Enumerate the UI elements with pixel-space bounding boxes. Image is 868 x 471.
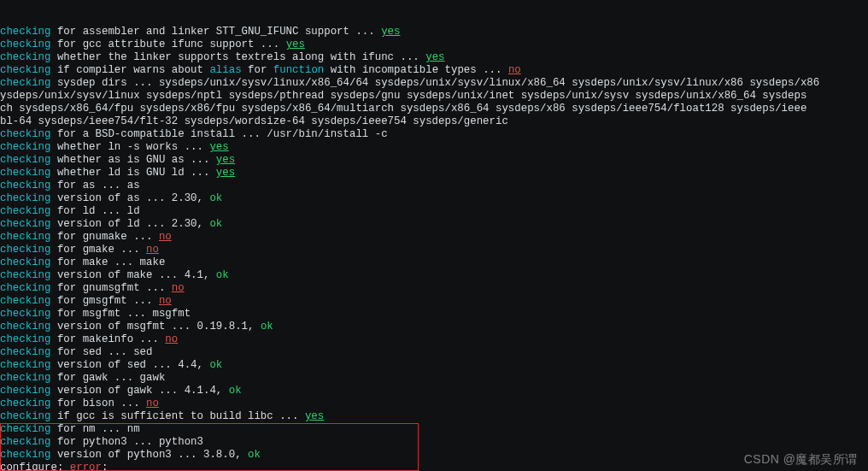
terminal-line: checking whether ld is GNU ld ... yes xyxy=(0,167,868,180)
terminal-segment: checking xyxy=(0,372,51,384)
terminal-segment: whether the linker supports textrels alo… xyxy=(51,51,426,63)
terminal-segment: checking xyxy=(0,449,51,461)
terminal-line: checking version of ld ... 2.30, ok xyxy=(0,218,868,231)
terminal-segment: checking xyxy=(0,77,51,89)
terminal-segment: : xyxy=(102,462,108,471)
terminal-line: checking for sed ... sed xyxy=(0,346,868,359)
terminal-segment: yes xyxy=(286,38,305,50)
terminal-segment: checking xyxy=(0,269,51,281)
terminal-segment: checking xyxy=(0,385,51,397)
terminal-segment: sysdep dirs ... sysdeps/unix/sysv/linux/… xyxy=(51,77,820,89)
terminal-segment: yes xyxy=(305,410,324,422)
terminal-segment: checking xyxy=(0,180,51,191)
terminal-segment: ok xyxy=(209,359,222,371)
terminal-segment: checking xyxy=(0,244,51,256)
terminal-segment: configure: xyxy=(0,462,70,471)
terminal-segment: with incompatible types ... xyxy=(324,64,508,76)
terminal-segment: ok xyxy=(209,192,222,204)
terminal-segment: checking xyxy=(0,26,51,38)
terminal-segment: checking xyxy=(0,256,51,268)
terminal-segment: no xyxy=(165,333,178,345)
terminal-segment: for makeinfo ... xyxy=(51,333,166,345)
terminal-segment: for gawk ... gawk xyxy=(51,372,166,384)
terminal-line: checking for gnumake ... no xyxy=(0,231,868,244)
terminal-segment: for nm ... nm xyxy=(51,423,140,435)
terminal-segment: ok xyxy=(209,218,222,230)
terminal-segment: yes xyxy=(425,51,444,63)
terminal-segment: ok xyxy=(248,449,261,461)
terminal-segment: checking xyxy=(0,51,51,63)
terminal-segment: checking xyxy=(0,423,51,435)
terminal-line: checking for gcc attribute ifunc support… xyxy=(0,38,868,51)
terminal-segment: for ld ... ld xyxy=(51,205,140,217)
terminal-segment: if compiler warns about xyxy=(51,64,210,76)
terminal-segment: checking xyxy=(0,38,51,50)
terminal-segment: version of msgfmt ... 0.19.8.1, xyxy=(51,321,261,333)
terminal-line: checking for gnumsgfmt ... no xyxy=(0,282,868,295)
terminal-segment: version of as ... 2.30, xyxy=(51,192,210,204)
terminal-line: ysdeps/unix/sysv/linux sysdeps/nptl sysd… xyxy=(0,90,868,103)
terminal-line: checking for a BSD-compatible install ..… xyxy=(0,128,868,141)
terminal-line: checking version of make ... 4.1, ok xyxy=(0,269,868,282)
terminal-segment: checking xyxy=(0,154,51,166)
terminal-line: checking for bison ... no xyxy=(0,397,868,410)
terminal-segment: checking xyxy=(0,410,51,422)
terminal-segment: ok xyxy=(229,385,242,397)
terminal-line: checking for gmsgfmt ... no xyxy=(0,295,868,308)
terminal-segment: no xyxy=(159,295,172,307)
terminal-segment: no xyxy=(146,397,159,409)
terminal-segment: no xyxy=(146,244,159,256)
terminal-segment: checking xyxy=(0,295,51,307)
terminal-segment: checking xyxy=(0,282,51,294)
terminal-line: checking version of sed ... 4.4, ok xyxy=(0,359,868,372)
terminal-line: bl-64 sysdeps/ieee754/flt-32 sysdeps/wor… xyxy=(0,115,868,128)
terminal-segment: version of make ... 4.1, xyxy=(51,269,216,281)
terminal-line: checking sysdep dirs ... sysdeps/unix/sy… xyxy=(0,77,868,90)
terminal-line: checking whether ln -s works ... yes xyxy=(0,141,868,154)
terminal-segment: yes xyxy=(381,26,400,38)
terminal-segment: ch sysdeps/x86_64/fpu sysdeps/x86/fpu sy… xyxy=(0,103,806,115)
terminal-output[interactable]: checking for assembler and linker STT_GN… xyxy=(0,0,868,471)
terminal-lines: checking for assembler and linker STT_GN… xyxy=(0,26,868,471)
terminal-line: checking for gawk ... gawk xyxy=(0,372,868,385)
terminal-segment: checking xyxy=(0,436,51,448)
terminal-line: checking whether as is GNU as ... yes xyxy=(0,154,868,167)
terminal-line: checking version of gawk ... 4.1.4, ok xyxy=(0,385,868,397)
terminal-segment: no xyxy=(159,231,172,243)
terminal-segment: ok xyxy=(216,269,229,281)
terminal-segment: no xyxy=(172,282,185,294)
terminal-segment: error xyxy=(70,462,102,471)
terminal-line: checking version of msgfmt ... 0.19.8.1,… xyxy=(0,321,868,333)
terminal-segment: alias xyxy=(209,64,241,76)
terminal-segment: yes xyxy=(209,141,228,153)
terminal-line: checking if compiler warns about alias f… xyxy=(0,64,868,77)
terminal-segment: ok xyxy=(261,321,273,333)
terminal-line: checking version of as ... 2.30, ok xyxy=(0,192,868,205)
terminal-segment: for as ... as xyxy=(51,180,140,191)
terminal-line: checking for makeinfo ... no xyxy=(0,333,868,346)
terminal-line: checking whether the linker supports tex… xyxy=(0,51,868,64)
terminal-segment: checking xyxy=(0,167,51,179)
terminal-line: checking for gmake ... no xyxy=(0,244,868,256)
terminal-segment: for gmsgfmt ... xyxy=(51,295,159,307)
terminal-segment: checking xyxy=(0,128,51,140)
terminal-segment: checking xyxy=(0,321,51,333)
terminal-segment: checking xyxy=(0,231,51,243)
terminal-segment: if gcc is sufficient to build libc ... xyxy=(51,410,305,422)
terminal-segment: checking xyxy=(0,64,51,76)
watermark-text: CSDN @魔都吴所谓 xyxy=(744,453,858,466)
terminal-line: checking if gcc is sufficient to build l… xyxy=(0,410,868,423)
terminal-line: checking for make ... make xyxy=(0,256,868,269)
terminal-segment: whether ld is GNU ld ... xyxy=(51,167,216,179)
terminal-segment: for gnumake ... xyxy=(51,231,159,243)
terminal-line: checking for ld ... ld xyxy=(0,205,868,218)
terminal-segment: checking xyxy=(0,333,51,345)
terminal-segment: checking xyxy=(0,397,51,409)
terminal-segment: for gmake ... xyxy=(51,244,147,256)
terminal-segment: ysdeps/unix/sysv/linux sysdeps/nptl sysd… xyxy=(0,90,806,102)
terminal-segment: version of python3 ... 3.8.0, xyxy=(51,449,249,461)
terminal-line: ch sysdeps/x86_64/fpu sysdeps/x86/fpu sy… xyxy=(0,103,868,115)
terminal-line: configure: error: xyxy=(0,462,868,471)
terminal-segment: version of gawk ... 4.1.4, xyxy=(51,385,229,397)
terminal-line: checking for msgfmt ... msgfmt xyxy=(0,308,868,321)
